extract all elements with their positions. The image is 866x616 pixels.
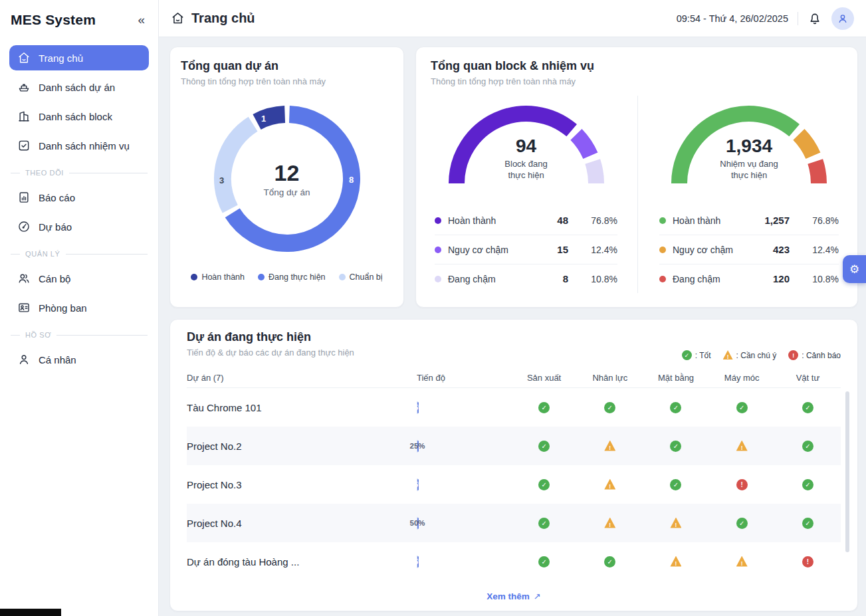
settings-fab-button[interactable]: ⚙: [843, 255, 866, 283]
legend-value: 423: [747, 244, 790, 255]
project-name: Project No.3: [187, 479, 410, 490]
sidebar-item-label: Báo cáo: [39, 192, 75, 203]
column-header-materials: Vật tư: [775, 373, 841, 383]
legend-row: Nguy cơ chậm 15 12.4%: [435, 235, 617, 264]
app-title: MES System: [11, 12, 96, 28]
bottom-left-black-strip: [0, 609, 61, 616]
column-header-project: Dự án (7): [187, 373, 410, 383]
legend-label: : Cần chú ý: [736, 351, 777, 360]
sidebar-item-reports[interactable]: Báo cáo: [9, 185, 149, 210]
status-icon: [736, 441, 748, 452]
status-icon: [604, 518, 615, 529]
sidebar-item-label: Danh sách nhiệm vụ: [39, 140, 130, 152]
table-row[interactable]: Project No.4 50%: [187, 504, 841, 542]
sidebar-item-label: Trang chủ: [39, 52, 83, 64]
status-icon: [604, 402, 615, 413]
gear-icon: ⚙: [849, 262, 859, 276]
table-row[interactable]: Dự án đóng tàu Hoàng ... 75%: [187, 542, 841, 581]
status-icon: [670, 556, 681, 567]
legend-dot: [659, 247, 666, 253]
table-scrollbar-thumb[interactable]: [845, 391, 849, 552]
legend-percent: 76.8%: [796, 215, 839, 226]
sidebar-item-home[interactable]: Trang chủ: [9, 45, 149, 70]
sidebar-section-monitoring: THEO DÕI: [11, 169, 148, 177]
notifications-bell-icon[interactable]: [808, 11, 822, 26]
card-title: Dự án đang thực hiện: [187, 330, 841, 344]
legend-label: Nguy cơ chậm: [448, 245, 519, 255]
building-icon: [17, 110, 31, 123]
status-icon: [802, 402, 813, 413]
status-icon: [538, 556, 550, 567]
progress-bar: 50%: [417, 517, 418, 530]
legend-dot-completed: [191, 274, 197, 280]
task-gauge-legend: Hoàn thành 1,257 76.8% Nguy cơ chậm 423 …: [659, 206, 839, 293]
sidebar-item-departments[interactable]: Phòng ban: [9, 295, 149, 320]
status-icon: [670, 402, 681, 413]
sidebar-item-label: Phòng ban: [39, 302, 87, 314]
status-icon: [538, 479, 550, 490]
sidebar-item-label: Cá nhân: [39, 354, 76, 365]
mes-dashboard: MES System « Trang chủ Danh sách dự án D…: [0, 0, 866, 616]
legend-label: Đang chậm: [448, 274, 519, 284]
legend-row: Hoàn thành 48 76.8%: [435, 206, 617, 235]
report-icon: [17, 191, 31, 204]
sidebar-item-projects[interactable]: Danh sách dự án: [9, 74, 149, 100]
legend-label: Hoàn thành: [673, 215, 740, 226]
sidebar-collapse-button[interactable]: «: [135, 13, 148, 27]
status-legend: : Tốt : Cần chú ý : Cảnh báo: [682, 350, 841, 360]
status-icon: [604, 479, 615, 490]
status-icon: [802, 556, 813, 567]
table-row[interactable]: Tàu Chrome 101 75%: [187, 388, 841, 427]
status-icon: [538, 518, 550, 529]
see-more-link[interactable]: Xem thêm: [487, 591, 530, 601]
project-name: Project No.2: [187, 441, 410, 452]
status-icon: [736, 518, 748, 529]
sidebar-item-tasks[interactable]: Danh sách nhiệm vụ: [9, 133, 149, 158]
sidebar-item-label: Danh sách block: [39, 111, 112, 122]
gauge-compass-icon: [17, 220, 31, 233]
project-name: Dự án đóng tàu Hoàng ...: [187, 556, 410, 567]
donut-segment-value: 8: [349, 175, 354, 185]
status-icon: [538, 402, 550, 413]
alert-status-icon: [788, 350, 798, 360]
user-avatar[interactable]: [831, 7, 854, 30]
status-icon: [670, 518, 681, 529]
block-task-overview-card: Tổng quan block & nhiệm vụ Thông tin tổn…: [415, 47, 858, 308]
legend-percent: 12.4%: [575, 245, 617, 255]
home-icon: [17, 51, 31, 64]
progress-bar: 25%: [417, 440, 418, 453]
person-icon: [17, 353, 31, 366]
arrow-up-right-icon[interactable]: ↗: [534, 591, 541, 601]
status-icon: [670, 479, 681, 490]
project-overview-card: Tổng quan dự án Thông tin tổng hợp trên …: [169, 47, 404, 308]
legend-percent: 12.4%: [796, 245, 839, 255]
top-bar: Trang chủ 09:54 - Thứ 4, 26/02/2025: [159, 0, 866, 37]
status-icon: [538, 441, 550, 452]
sidebar-item-blocks[interactable]: Danh sách block: [9, 104, 149, 129]
legend-label: Nguy cơ chậm: [673, 245, 740, 255]
donut-segment-value: 1: [261, 114, 266, 124]
tasks-in-progress-label: Nhiệm vụ đang thực hiện: [710, 159, 788, 181]
users-icon: [17, 272, 31, 285]
block-gauge-legend: Hoàn thành 48 76.8% Nguy cơ chậm 15 12.4…: [435, 206, 617, 293]
status-icon: [802, 479, 813, 490]
sidebar-item-staff[interactable]: Cán bộ: [9, 266, 149, 291]
table-row[interactable]: Project No.3 75%: [187, 465, 841, 504]
table-row[interactable]: Project No.2 25%: [187, 427, 841, 465]
main-area: Trang chủ 09:54 - Thứ 4, 26/02/2025 Tổng…: [159, 0, 866, 616]
page-title: Trang chủ: [191, 11, 255, 26]
header-divider: [798, 12, 798, 25]
legend-label: Chuẩn bị: [350, 272, 383, 282]
card-subtitle: Thông tin tổng hợp trên toàn nhà máy: [181, 76, 393, 86]
good-status-icon: [682, 350, 692, 360]
warning-status-icon: [723, 350, 733, 360]
sidebar-item-forecast[interactable]: Dự báo: [9, 214, 149, 239]
datetime-text: 09:54 - Thứ 4, 26/02/2025: [677, 13, 788, 24]
sidebar-item-personal[interactable]: Cá nhân: [9, 347, 149, 372]
legend-label: : Cảnh báo: [802, 351, 841, 360]
column-header-machinery: Máy móc: [709, 373, 775, 383]
project-name: Tàu Chrome 101: [187, 402, 410, 413]
status-icon: [802, 441, 813, 452]
legend-row: Đang chậm 120 10.8%: [659, 264, 839, 293]
status-icon: [802, 518, 813, 529]
